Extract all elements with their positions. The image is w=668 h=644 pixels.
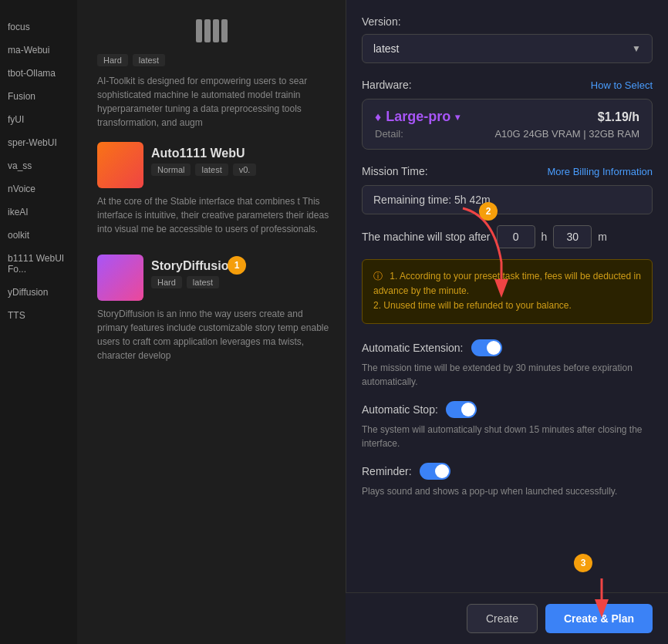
- sidebar-item-b1111[interactable]: b1111 WebUI Fo...: [0, 247, 77, 281]
- warning-text: ⓘ 1. According to your preset task time,…: [373, 269, 641, 314]
- chevron-down-icon: ▼: [632, 43, 641, 54]
- reminder-desc: Plays sound and shows a pop-up when laun…: [362, 484, 653, 498]
- auto-stop-section: Automatic Stop: The system will automati…: [362, 401, 653, 450]
- reminder-section: Reminder: Plays sound and shows a pop-up…: [362, 463, 653, 498]
- hardware-card[interactable]: ♦ Large-pro ▾ $1.19/h Detail: A10G 24GB …: [362, 99, 653, 150]
- auto1111-header: Auto1111 WebU Normal latest v0.: [97, 142, 333, 188]
- hardware-price: $1.19/h: [598, 110, 639, 124]
- storydiffusion-title: StoryDiffusion: [151, 259, 236, 273]
- svg-rect-3: [221, 19, 228, 42]
- annotation-circle-2: 2: [479, 202, 498, 221]
- auto1111-build: v0.: [233, 164, 257, 176]
- how-to-select-link[interactable]: How to Select: [591, 79, 653, 91]
- sidebar-item-sper[interactable]: sper-WebUI: [0, 131, 77, 154]
- detail-label: Detail:: [375, 128, 403, 140]
- logo-icon: [192, 15, 231, 46]
- warning-icon: ⓘ: [373, 271, 383, 282]
- auto1111-difficulty: Normal: [151, 164, 191, 176]
- chevron-down-icon: ▾: [455, 112, 460, 123]
- bottom-buttons: Create Create & Plan: [346, 592, 668, 644]
- annotation-circle-1: 1: [228, 256, 246, 275]
- stop-hours-input[interactable]: [497, 225, 535, 248]
- detail-value: A10G 24GB VRAM | 32GB RAM: [494, 128, 639, 140]
- auto-extension-row: Automatic Extension:: [362, 339, 653, 356]
- toggle-thumb: [435, 464, 449, 478]
- mission-time-header: Mission Time: More Billing Information: [362, 165, 653, 177]
- tags-row: Hard latest: [97, 54, 333, 66]
- auto-extension-label: Automatic Extension:: [362, 342, 464, 354]
- sidebar-item-fusion[interactable]: Fusion: [0, 85, 77, 108]
- storydiffusion-section: StoryDiffusion Hard latest StoryDiffusio…: [97, 255, 333, 362]
- sidebar-item-va-ss[interactable]: va_ss: [0, 154, 77, 177]
- version-select-wrapper: latest ▼: [362, 34, 653, 63]
- auto1111-tags: Normal latest v0.: [151, 164, 256, 176]
- auto1111-title: Auto1111 WebU: [151, 147, 256, 160]
- auto1111-section: Auto1111 WebU Normal latest v0. At the c…: [97, 142, 333, 236]
- sidebar-item-diffusion[interactable]: yDiffusion: [0, 281, 77, 304]
- auto1111-thumbnail: [97, 142, 143, 188]
- auto1111-version: latest: [195, 164, 228, 176]
- auto-extension-toggle[interactable]: [471, 339, 502, 356]
- hardware-name-text: Large-pro: [386, 109, 450, 125]
- storydiffusion-version: latest: [187, 276, 219, 288]
- hardware-name: ♦ Large-pro ▾: [375, 109, 460, 125]
- create-button[interactable]: Create: [467, 604, 538, 633]
- sidebar-item-toolkit[interactable]: oolkit: [0, 224, 77, 247]
- auto-stop-label: Automatic Stop:: [362, 403, 438, 416]
- version-value: latest: [373, 42, 399, 55]
- auto-stop-desc: The system will automatically shut down …: [362, 423, 653, 450]
- sidebar: focus ma-Webui tbot-Ollama Fusion fyUI s…: [0, 0, 77, 644]
- version-select[interactable]: latest ▼: [362, 34, 653, 63]
- sidebar-item-fyui[interactable]: fyUI: [0, 108, 77, 131]
- minutes-label: m: [598, 231, 607, 243]
- reminder-row: Reminder:: [362, 463, 653, 480]
- mission-time-label: Mission Time:: [362, 165, 428, 177]
- hardware-label: Hardware:: [362, 79, 412, 91]
- hardware-name-row: ♦ Large-pro ▾ $1.19/h: [375, 109, 639, 125]
- content-area: Hard latest AI-Toolkit is designed for e…: [77, 0, 346, 644]
- left-panel: focus ma-Webui tbot-Ollama Fusion fyUI s…: [0, 0, 346, 644]
- reminder-toggle[interactable]: [420, 463, 450, 480]
- storydiffusion-header: StoryDiffusion Hard latest: [97, 255, 333, 301]
- version-tag: latest: [133, 54, 165, 66]
- app-logo: [188, 15, 234, 46]
- more-billing-link[interactable]: More Billing Information: [547, 166, 653, 177]
- warning-line1: 1. According to your preset task time, f…: [373, 271, 641, 296]
- remaining-time-text: Remaining time: 5h 42m: [373, 194, 491, 206]
- toolkit-description: AI-Toolkit is designed for empowering us…: [97, 74, 333, 130]
- sidebar-item-ikeai[interactable]: ikeAI: [0, 201, 77, 224]
- annotation-circle-3: 3: [574, 554, 592, 572]
- difficulty-tag: Hard: [97, 54, 128, 66]
- toggle-thumb: [487, 341, 501, 355]
- auto-stop-row: Automatic Stop:: [362, 401, 653, 418]
- sidebar-item-tbot[interactable]: tbot-Ollama: [0, 62, 77, 85]
- sidebar-item-nvoice[interactable]: nVoice: [0, 177, 77, 201]
- storydiffusion-difficulty: Hard: [151, 276, 182, 288]
- svg-rect-2: [213, 19, 219, 42]
- storydiffusion-description: StoryDiffusion is an inno the way users …: [97, 307, 333, 362]
- auto1111-description: At the core of the Stable interface that…: [97, 194, 333, 236]
- sidebar-item-ma-webui[interactable]: ma-Webui: [0, 39, 77, 62]
- hours-label: h: [541, 231, 548, 243]
- stop-after-label: The machine will stop after: [362, 231, 491, 243]
- storydiffusion-tags: Hard latest: [151, 276, 236, 288]
- right-panel: Version: latest ▼ Hardware: How to Selec…: [346, 0, 668, 644]
- version-label: Version:: [362, 15, 653, 28]
- reminder-label: Reminder:: [362, 465, 412, 477]
- auto-extension-section: Automatic Extension: The mission time wi…: [362, 339, 653, 389]
- auto-stop-toggle[interactable]: [446, 401, 477, 418]
- create-plan-button[interactable]: Create & Plan: [545, 604, 653, 633]
- diamond-icon: ♦: [375, 110, 381, 124]
- stop-after-row: The machine will stop after h m: [362, 225, 653, 248]
- svg-rect-1: [204, 19, 211, 42]
- sidebar-item-focus[interactable]: focus: [0, 15, 77, 39]
- auto-extension-desc: The mission time will be extended by 30 …: [362, 361, 653, 389]
- toggle-thumb: [461, 403, 475, 416]
- hardware-detail-row: Detail: A10G 24GB VRAM | 32GB RAM: [375, 128, 639, 140]
- warning-box: ⓘ 1. According to your preset task time,…: [362, 259, 653, 324]
- hardware-header: Hardware: How to Select: [362, 79, 653, 91]
- warning-line2: 2. Unused time will be refunded to your …: [373, 300, 572, 311]
- sidebar-item-tts[interactable]: TTS: [0, 304, 77, 327]
- remaining-time-box: Remaining time: 5h 42m: [362, 185, 653, 214]
- stop-minutes-input[interactable]: [553, 225, 592, 248]
